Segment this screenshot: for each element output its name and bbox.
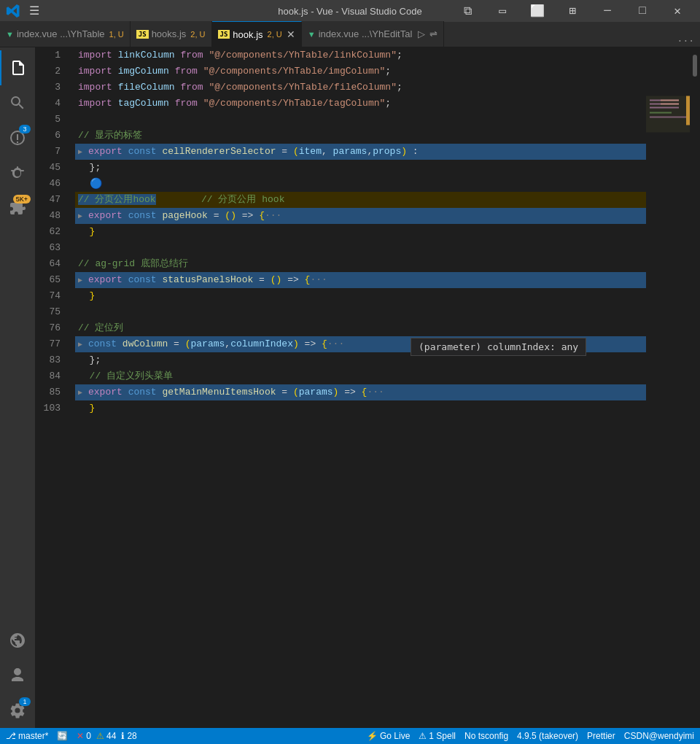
titlebar: ☰ hook.js - Vue - Visual Studio Code ⧉ ▭…	[0, 0, 700, 22]
spell-item[interactable]: ⚠ 1 Spell	[419, 731, 456, 741]
tab-hook-js[interactable]: JS hook.js 2, U ✕	[212, 21, 302, 47]
vue-icon: ▼	[6, 30, 14, 39]
code-line-65: ▶export const statusPanelsHook = () => {…	[75, 272, 646, 288]
main-area: 3 5K+ 1 1 2 3 4 5	[0, 47, 700, 728]
tab-index-vue-2[interactable]: ▼ index.vue ...\YhEditTal ▷ ⇌	[302, 21, 445, 47]
code-line-76: // 定位列	[75, 320, 646, 336]
activity-search[interactable]	[0, 85, 35, 120]
code-line-77: ▶const dwColumn = (params,columnIndex) =…	[75, 336, 646, 352]
close-button[interactable]: ✕	[661, 0, 694, 22]
split-editor-button[interactable]: ⧉	[451, 0, 484, 22]
toggle-sidebar-button[interactable]: ⬜	[521, 0, 554, 22]
activity-debug[interactable]	[0, 155, 35, 190]
code-line-84: // 自定义列头菜单	[75, 368, 646, 384]
settings-badge: 1	[19, 697, 31, 706]
minimap-content	[646, 47, 690, 728]
js-icon: JS	[136, 30, 149, 39]
js-icon: JS	[218, 30, 230, 39]
titlebar-left: ☰	[6, 1, 42, 21]
activity-git[interactable]: 3	[0, 120, 35, 155]
activity-extensions[interactable]: 5K+	[0, 190, 35, 225]
activity-remote[interactable]	[0, 623, 35, 658]
tab-hooks-js[interactable]: JS hooks.js 2, U	[131, 21, 212, 47]
live-icon: ⚡	[367, 731, 378, 741]
statusbar: ⎇ master* 🔄 ✕ 0 ⚠ 44 ℹ 28 ⚡ Go Live ⚠ 1 …	[0, 728, 700, 744]
run-icon: ▷	[418, 28, 425, 39]
vertical-scrollbar[interactable]	[690, 47, 700, 728]
customize-layout-button[interactable]: ⊞	[556, 0, 589, 22]
tsconfig-item[interactable]: No tsconfig	[464, 731, 508, 741]
activity-bar: 3 5K+ 1	[0, 47, 35, 728]
tab-index-vue-1[interactable]: ▼ index.vue ...\YhTable 1, U	[0, 21, 131, 47]
code-line-6: // 显示的标签	[75, 128, 646, 144]
activity-explorer[interactable]	[0, 50, 35, 85]
code-line-5	[75, 112, 646, 128]
git-branch-item[interactable]: ⎇ master*	[6, 731, 48, 741]
activity-settings[interactable]: 1	[0, 693, 35, 728]
hamburger-menu-icon[interactable]: ☰	[26, 1, 42, 21]
code-line-85: ▶export const getMainMenuItemsHook = (pa…	[75, 384, 646, 400]
code-line-75	[75, 304, 646, 320]
extensions-badge: 5K+	[13, 195, 31, 204]
code-line-4: import tagColumn from "@/components/YhTa…	[75, 96, 646, 112]
csdn-item[interactable]: CSDN@wendyimi	[624, 731, 694, 741]
tab-badge: 2, U	[190, 30, 205, 39]
minimap	[646, 47, 690, 728]
tab-badge: 2, U	[268, 30, 282, 39]
code-line-46: 🔵	[75, 176, 646, 192]
go-live-item[interactable]: ⚡ Go Live	[367, 731, 410, 741]
tab-bar: ▼ index.vue ...\YhTable 1, U JS hooks.js…	[0, 22, 700, 47]
vscode-logo-icon	[6, 4, 20, 18]
spell-icon: ⚠	[419, 731, 427, 741]
sync-item[interactable]: 🔄	[57, 731, 68, 741]
tab-label: index.vue ...\YhTable	[17, 28, 105, 39]
titlebar-controls: ⧉ ▭ ⬜ ⊞ ─ □ ✕	[451, 0, 694, 22]
svg-rect-8	[646, 96, 690, 133]
window-title: hook.js - Vue - Visual Studio Code	[278, 6, 421, 17]
tab-label: index.vue ...\YhEditTal	[319, 28, 413, 39]
git-branch-icon: ⎇	[6, 731, 16, 741]
error-icon: ✕	[77, 731, 84, 741]
line-numbers: 1 2 3 4 5 6 7 45 46 47 48 62 63 64 65 74…	[35, 47, 75, 728]
git-badge: 3	[19, 125, 31, 133]
more-actions-icon[interactable]: ···	[677, 36, 694, 47]
code-line-1: import linkColumn from "@/components/YhT…	[75, 47, 646, 63]
code-line-62: }	[75, 224, 646, 240]
sync-icon: 🔄	[57, 731, 68, 741]
minimize-button[interactable]: ─	[591, 0, 624, 22]
warning-icon: ⚠	[96, 731, 104, 741]
code-line-103: }	[75, 400, 646, 416]
maximize-button[interactable]: □	[626, 0, 659, 22]
git-compare-icon: ⇌	[429, 28, 438, 39]
tab-badge: 1, U	[109, 30, 124, 39]
info-icon: ℹ	[121, 731, 125, 741]
version-item[interactable]: 4.9.5 (takeover)	[517, 731, 578, 741]
tab-label: hook.js	[233, 29, 262, 40]
code-line-45: };	[75, 160, 646, 176]
svg-rect-9	[686, 96, 690, 125]
code-line-47: // 分页公用hook // 分页公用 hook	[75, 192, 646, 208]
activity-account[interactable]	[0, 658, 35, 693]
code-line-48: ▶export const pageHook = () => {···	[75, 208, 646, 224]
code-editor[interactable]: 1 2 3 4 5 6 7 45 46 47 48 62 63 64 65 74…	[35, 47, 700, 728]
code-content: import linkColumn from "@/components/YhT…	[75, 47, 646, 728]
errors-item[interactable]: ✕ 0 ⚠ 44 ℹ 28	[77, 731, 136, 741]
editor-area: 1 2 3 4 5 6 7 45 46 47 48 62 63 64 65 74…	[35, 47, 700, 728]
code-line-63	[75, 240, 646, 256]
tab-label: hooks.js	[152, 28, 187, 39]
code-line-83: };	[75, 352, 646, 368]
tabbar-actions: ···	[672, 36, 700, 47]
prettier-item[interactable]: Prettier	[587, 731, 615, 741]
toggle-panel-button[interactable]: ▭	[486, 0, 519, 22]
statusbar-right: ⚡ Go Live ⚠ 1 Spell No tsconfig 4.9.5 (t…	[367, 731, 694, 741]
svg-rect-0	[646, 96, 690, 680]
code-line-7: ▶export const cellRendererSelector = (it…	[75, 144, 646, 160]
scrollbar-thumb[interactable]	[693, 55, 697, 77]
code-line-3: import fileColumn from "@/components/YhT…	[75, 80, 646, 96]
code-line-2: import imgColumn from "@/components/YhTa…	[75, 63, 646, 80]
tab-close-button[interactable]: ✕	[287, 28, 295, 40]
vue-icon: ▼	[308, 30, 316, 39]
code-line-64: // ag-grid 底部总结行	[75, 256, 646, 272]
code-line-74: }	[75, 288, 646, 304]
